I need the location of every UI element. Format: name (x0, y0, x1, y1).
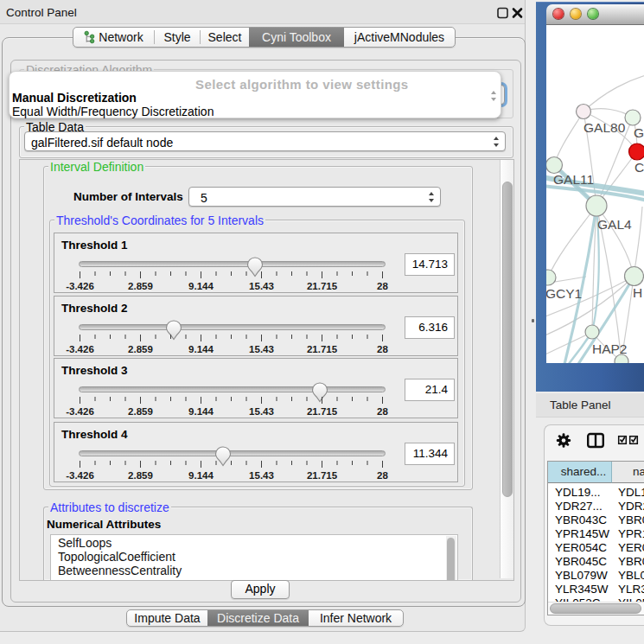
svg-text:H: H (633, 285, 642, 300)
svg-text:GAL11: GAL11 (553, 172, 594, 187)
svg-text:C: C (634, 160, 644, 175)
svg-text:GCY1: GCY1 (546, 286, 582, 301)
svg-text:GAL80: GAL80 (583, 120, 626, 135)
svg-text:GAL4: GAL4 (597, 217, 632, 232)
svg-text:G.: G. (634, 125, 644, 140)
svg-text:HAP2: HAP2 (592, 341, 628, 356)
